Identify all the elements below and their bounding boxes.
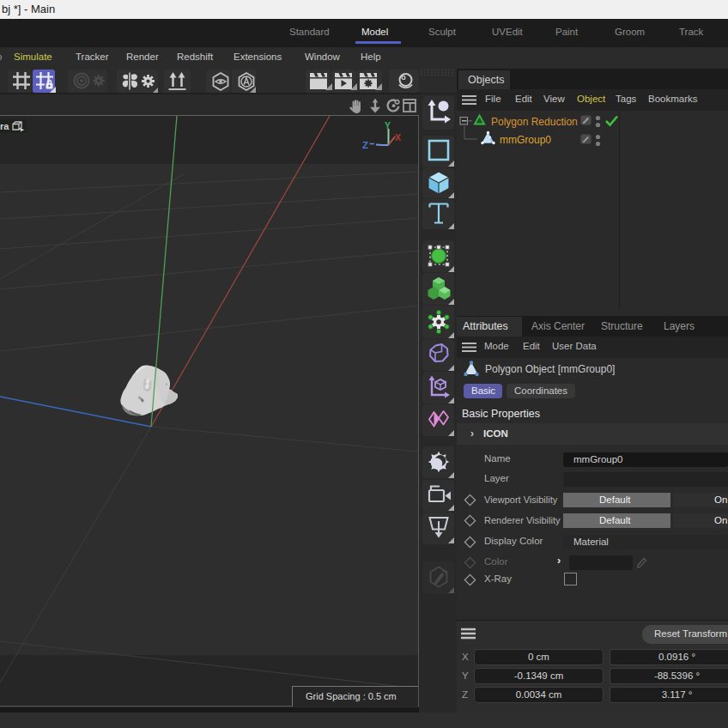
svg-text:Z: Z — [362, 140, 368, 150]
svg-text:X: X — [395, 132, 401, 143]
svg-text:Y: Y — [385, 120, 391, 130]
